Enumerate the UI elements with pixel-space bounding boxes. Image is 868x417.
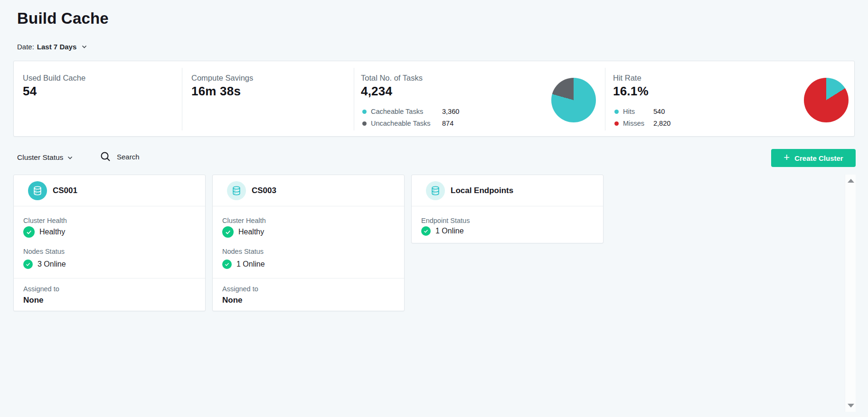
database-icon bbox=[231, 185, 242, 196]
assigned-to-label: Assigned to bbox=[222, 285, 258, 293]
plus-icon: + bbox=[783, 152, 790, 163]
check-circle-icon bbox=[421, 226, 431, 236]
nodes-status: 3 Online bbox=[23, 259, 66, 269]
cluster-card-cs001[interactable]: CS001 Cluster Health Healthy Nodes Statu… bbox=[13, 175, 206, 311]
divider bbox=[354, 68, 354, 130]
status-text: Healthy bbox=[39, 228, 65, 236]
legend-item-uncacheable: Uncacheable Tasks 874 bbox=[362, 120, 459, 127]
legend-dot bbox=[614, 110, 619, 114]
nodes-status: 1 Online bbox=[222, 259, 265, 269]
total-tasks-legend: Cacheable Tasks 3,360 Uncacheable Tasks … bbox=[362, 108, 459, 127]
stat-hit-rate-value: 16.1% bbox=[613, 84, 649, 99]
check-circle-icon bbox=[23, 259, 33, 269]
scrollbar-up-button[interactable] bbox=[845, 176, 856, 186]
legend-item-misses: Misses 2,820 bbox=[614, 120, 670, 127]
status-text: Healthy bbox=[238, 228, 264, 236]
endpoint-status-label: Endpoint Status bbox=[421, 217, 470, 224]
cluster-card-header: CS001 bbox=[14, 175, 205, 206]
endpoint-status: 1 Online bbox=[421, 226, 464, 236]
cluster-health-label: Cluster Health bbox=[23, 217, 67, 224]
legend-label: Uncacheable Tasks bbox=[371, 120, 442, 127]
hit-rate-pie-chart bbox=[804, 78, 849, 122]
cluster-health-label: Cluster Health bbox=[222, 217, 266, 224]
legend-item-cacheable: Cacheable Tasks 3,360 bbox=[362, 108, 459, 115]
search-input[interactable]: Search bbox=[100, 151, 140, 162]
scrollbar-down-button[interactable] bbox=[845, 400, 856, 411]
nodes-status-label: Nodes Status bbox=[222, 248, 264, 255]
divider bbox=[213, 278, 404, 278]
legend-item-hits: Hits 540 bbox=[614, 108, 670, 115]
cluster-name: Local Endpoints bbox=[451, 186, 513, 195]
divider bbox=[14, 278, 205, 278]
legend-value: 874 bbox=[442, 120, 453, 127]
cluster-card-header: CS003 bbox=[213, 175, 404, 206]
divider bbox=[182, 68, 182, 130]
cluster-card-cs003[interactable]: CS003 Cluster Health Healthy Nodes Statu… bbox=[212, 175, 405, 311]
vertical-scrollbar[interactable] bbox=[845, 175, 856, 412]
check-circle-icon bbox=[222, 226, 234, 238]
chevron-down-icon bbox=[67, 155, 73, 161]
check-circle-icon bbox=[23, 226, 35, 238]
triangle-down-icon bbox=[848, 404, 854, 408]
stat-used-build-cache-label: Used Build Cache bbox=[23, 74, 85, 83]
check-circle-icon bbox=[222, 259, 232, 269]
cluster-avatar bbox=[28, 181, 47, 200]
cluster-name: CS003 bbox=[252, 186, 276, 195]
assigned-to-label: Assigned to bbox=[23, 285, 59, 293]
legend-label: Hits bbox=[623, 108, 653, 115]
date-filter-label: Date: bbox=[17, 43, 34, 51]
date-filter-dropdown[interactable]: Date: Last 7 Days bbox=[17, 43, 87, 51]
cluster-health-status: Healthy bbox=[222, 226, 264, 238]
assigned-to-value: None bbox=[222, 296, 243, 305]
hit-rate-legend: Hits 540 Misses 2,820 bbox=[614, 108, 670, 127]
total-tasks-pie-chart bbox=[551, 78, 596, 122]
divider bbox=[605, 68, 605, 130]
legend-label: Misses bbox=[623, 120, 653, 127]
legend-value: 2,820 bbox=[653, 120, 670, 127]
legend-label: Cacheable Tasks bbox=[371, 108, 442, 115]
status-text: 1 Online bbox=[435, 227, 464, 235]
legend-value: 3,360 bbox=[442, 108, 459, 115]
cluster-avatar bbox=[227, 181, 246, 200]
nodes-status-label: Nodes Status bbox=[23, 248, 65, 255]
date-filter-value: Last 7 Days bbox=[37, 43, 76, 51]
cluster-status-label: Cluster Status bbox=[17, 153, 63, 162]
legend-value: 540 bbox=[653, 108, 665, 115]
chevron-down-icon bbox=[81, 44, 87, 50]
create-cluster-button[interactable]: + Create Cluster bbox=[771, 149, 856, 167]
stat-total-tasks-value: 4,234 bbox=[361, 84, 392, 99]
status-text: 3 Online bbox=[38, 260, 66, 269]
cluster-name: CS001 bbox=[53, 186, 77, 195]
create-cluster-label: Create Cluster bbox=[794, 154, 843, 162]
cluster-card-header: Local Endpoints bbox=[412, 175, 603, 206]
stat-total-tasks-label: Total No. of Tasks bbox=[361, 74, 423, 83]
database-icon bbox=[32, 185, 43, 196]
triangle-up-icon bbox=[848, 179, 854, 183]
legend-dot bbox=[362, 121, 367, 126]
status-text: 1 Online bbox=[236, 260, 265, 269]
stat-hit-rate-label: Hit Rate bbox=[613, 74, 642, 83]
search-placeholder: Search bbox=[117, 153, 140, 161]
cluster-status-dropdown[interactable]: Cluster Status bbox=[17, 153, 73, 162]
page-title: Build Cache bbox=[17, 9, 109, 28]
cluster-health-status: Healthy bbox=[23, 226, 65, 238]
stat-compute-savings-value: 16m 38s bbox=[191, 84, 241, 99]
legend-dot bbox=[362, 110, 367, 114]
stat-compute-savings-label: Compute Savings bbox=[191, 74, 253, 83]
legend-dot bbox=[614, 121, 619, 126]
search-icon bbox=[100, 151, 111, 162]
stat-used-build-cache-value: 54 bbox=[23, 84, 37, 99]
cluster-avatar bbox=[426, 181, 445, 200]
stats-bar: Used Build Cache 54 Compute Savings 16m … bbox=[13, 61, 855, 137]
cluster-card-local-endpoints[interactable]: Local Endpoints Endpoint Status 1 Online bbox=[411, 175, 604, 243]
assigned-to-value: None bbox=[23, 296, 44, 305]
database-icon bbox=[430, 185, 441, 196]
